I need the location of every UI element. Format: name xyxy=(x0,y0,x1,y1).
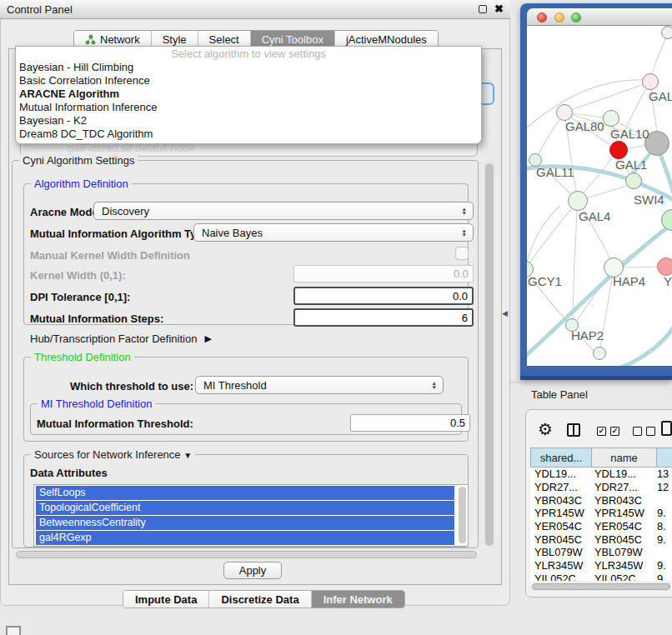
network-node-gal10[interactable] xyxy=(603,110,619,127)
column-view-icon[interactable] xyxy=(567,423,580,437)
settings-horizontal-scrollbar-thumb[interactable] xyxy=(16,551,477,558)
tab-impute-data[interactable]: Impute Data xyxy=(123,591,209,608)
deselect-all-icon[interactable] xyxy=(646,427,655,436)
dropdown-item[interactable]: Dream8 DC_TDC Algorithm xyxy=(16,128,481,141)
attributes-list-scrollbar[interactable] xyxy=(459,487,466,543)
table-horizontal-scrollbar-thumb[interactable] xyxy=(532,583,670,590)
kernel-width-label: Kernel Width (0,1): xyxy=(30,269,126,282)
cell-shared: YDR27... xyxy=(530,481,592,493)
table-row[interactable]: YIL052C YIL052C 9. xyxy=(530,572,672,582)
table-body: YDL19... YDL19... 13 YDR27... YDR27... 1… xyxy=(530,468,672,581)
aracne-mode-label: Aracne Mode: xyxy=(30,206,102,218)
table-row[interactable]: YBL079W YBL079W xyxy=(530,546,672,559)
mi-type-combobox[interactable]: Naive Bayes ▲▼ xyxy=(193,223,474,242)
cell-name: YIL052C xyxy=(592,572,655,581)
kernel-width-field[interactable]: 0.0 xyxy=(293,265,474,282)
select-all-icon[interactable]: ✓ xyxy=(597,427,606,436)
settings-group-title: Cyni Algorithm Settings xyxy=(19,154,138,167)
network-node-gal4[interactable] xyxy=(568,191,588,211)
which-threshold-combobox[interactable]: MI Threshold ▲▼ xyxy=(195,376,444,394)
collapse-down-arrow-icon[interactable]: ▼ xyxy=(183,451,192,460)
kernel-width-value: 0.0 xyxy=(454,268,469,280)
mi-threshold-label: Mutual Information Threshold: xyxy=(37,418,193,430)
export-table-icon[interactable] xyxy=(661,421,672,436)
control-panel-title: Control Panel xyxy=(7,3,479,16)
network-node-pink[interactable] xyxy=(657,258,672,276)
network-window-titlebar[interactable] xyxy=(527,8,672,26)
table-row[interactable]: YDL19... YDL19... 13 xyxy=(530,468,672,481)
network-node-gal[interactable] xyxy=(642,73,659,90)
cell-shared: YDL19... xyxy=(530,468,592,480)
network-node-gal80[interactable] xyxy=(556,104,573,121)
dropdown-item-selected[interactable]: ARACNE Algorithm xyxy=(16,88,481,101)
mi-steps-field[interactable]: 6 xyxy=(293,308,474,327)
attribute-item-selected[interactable]: SelfLoops xyxy=(36,486,454,500)
column-header-name[interactable]: name xyxy=(592,448,657,468)
aracne-mode-combobox[interactable]: Discovery ▲▼ xyxy=(93,202,474,220)
network-node-swi4[interactable] xyxy=(625,172,642,189)
table-row[interactable]: YBR045C YBR045C 9. xyxy=(530,532,672,546)
cell-name: YER054C xyxy=(592,520,655,532)
column-header-cut[interactable] xyxy=(657,448,672,468)
aracne-mode-value: Discovery xyxy=(102,205,149,218)
table-row[interactable]: YPR145W YPR145W 9. xyxy=(530,507,672,520)
panel-divider[interactable] xyxy=(510,382,672,382)
tab-label: Network xyxy=(100,33,140,46)
mi-threshold-field[interactable]: 0.5 xyxy=(350,414,470,432)
hub-definition-expander[interactable]: Hub/Transcription Factor Definition ▶ xyxy=(30,332,212,345)
settings-vertical-scrollbar-thumb[interactable] xyxy=(485,163,494,546)
network-view-window[interactable]: GAL GAL80 GAL10 GAL1 GAL11 SWI4 GAL4 GCY… xyxy=(520,3,672,380)
table-row[interactable]: YER054C YER054C 8. xyxy=(530,520,672,533)
cell-name: YPR145W xyxy=(592,507,655,519)
panel-divider-collapse-arrow[interactable]: ◀ xyxy=(502,309,508,318)
table-row[interactable]: YBR043C YBR043C xyxy=(530,493,672,507)
network-node-gal1-red[interactable] xyxy=(609,141,628,159)
network-node[interactable] xyxy=(593,347,606,360)
network-tab-icon xyxy=(85,34,96,45)
mi-type-value: Naive Bayes xyxy=(202,227,263,239)
cell-name: YBR043C xyxy=(592,494,655,507)
dpi-tolerance-field[interactable]: 0.0 xyxy=(293,287,474,305)
dropdown-item[interactable]: Basic Correlation Inference xyxy=(16,74,481,88)
dropdown-item[interactable]: Bayesian - K2 xyxy=(16,114,481,128)
cell-name: YBL079W xyxy=(592,546,655,558)
tab-label: jActiveMNodules xyxy=(346,33,427,46)
mi-steps-label: Mutual Information Steps: xyxy=(30,312,163,325)
close-traffic-light-icon[interactable] xyxy=(537,12,547,22)
apply-button[interactable]: Apply xyxy=(223,562,282,579)
close-icon[interactable]: ✖ xyxy=(494,5,504,13)
tab-infer-network[interactable]: Infer Network xyxy=(312,591,404,608)
zoom-traffic-light-icon[interactable] xyxy=(571,12,581,22)
network-node[interactable] xyxy=(661,26,672,39)
dropdown-item[interactable]: Bayesian - Hill Climbing xyxy=(16,61,481,74)
cell-shared: YIL052C xyxy=(530,572,592,581)
node-label: GAL xyxy=(649,89,672,103)
dropdown-item[interactable]: Mutual Information Inference xyxy=(16,101,481,114)
attribute-item-selected[interactable]: gal4RGexp xyxy=(36,531,454,545)
minimize-traffic-light-icon[interactable] xyxy=(554,12,564,22)
table-row[interactable]: YDR27... YDR27... 12 xyxy=(530,481,672,494)
column-header-shared[interactable]: shared... xyxy=(530,448,592,468)
which-threshold-label: Which threshold to use: xyxy=(70,380,193,392)
tab-discretize-data[interactable]: Discretize Data xyxy=(209,591,311,608)
tab-label: Cyni Toolbox xyxy=(262,33,323,46)
float-window-icon[interactable] xyxy=(479,5,487,13)
cell-shared: YBR043C xyxy=(530,494,592,507)
gear-icon[interactable]: ⚙ xyxy=(538,419,553,439)
attribute-item-selected[interactable]: BetweennessCentrality xyxy=(36,516,454,530)
select-all-icon[interactable]: ✓ xyxy=(610,427,619,436)
mi-steps-value: 6 xyxy=(462,312,468,324)
minimized-panel-icon[interactable] xyxy=(6,626,21,635)
manual-kernel-checkbox[interactable] xyxy=(455,247,469,260)
mi-threshold-value: 0.5 xyxy=(450,417,465,429)
attribute-item-selected[interactable]: TopologicalCoefficient xyxy=(36,501,454,515)
deselect-all-icon[interactable] xyxy=(633,427,642,436)
mi-type-label: Mutual Information Algorithm Type: xyxy=(30,228,213,240)
table-row[interactable]: YLR345W YLR345W 9. xyxy=(530,559,672,572)
node-label: GAL80 xyxy=(565,119,604,133)
node-label: SWI4 xyxy=(634,192,664,207)
which-threshold-value: MI Threshold xyxy=(203,379,267,392)
cell-shared: YPR145W xyxy=(530,507,592,519)
network-canvas[interactable]: GAL GAL80 GAL10 GAL1 GAL11 SWI4 GAL4 GCY… xyxy=(527,26,672,366)
cell-value: 13 xyxy=(655,468,669,480)
